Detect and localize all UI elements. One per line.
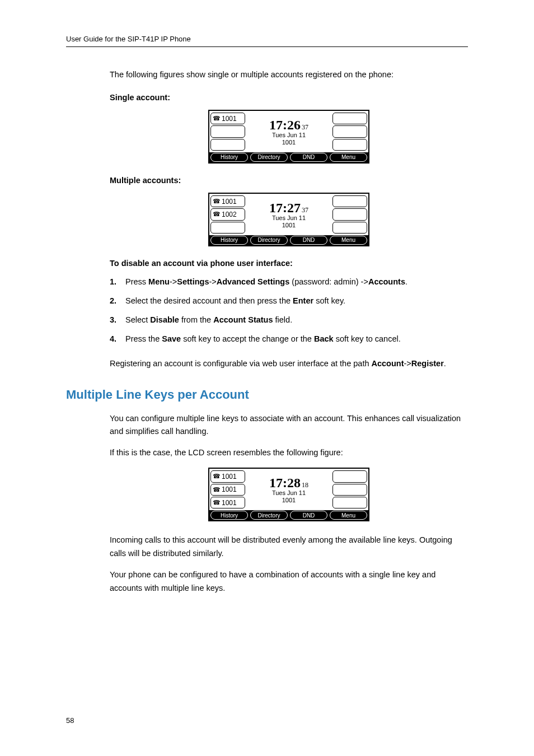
register-note: Registering an account is configurable v…: [110, 357, 468, 371]
lcd-seconds: 37: [302, 206, 308, 214]
softkey-directory: Directory: [250, 511, 288, 520]
phone-icon: ☎: [213, 198, 221, 205]
line-key-6: [332, 139, 367, 151]
line-key-1: ☎1001: [210, 113, 245, 124]
step-4: Press the Save soft key to accept the ch…: [110, 333, 468, 346]
mlk-para-2: If this is the case, the LCD screen rese…: [110, 446, 468, 460]
lcd-time: 17:28: [269, 475, 301, 491]
softkey-menu: Menu: [330, 236, 367, 245]
line-key-4: [332, 195, 367, 207]
phone-icon: ☎: [213, 473, 221, 480]
line-key-2: ☎1002: [210, 208, 245, 220]
disable-heading: To disable an account via phone user int…: [110, 259, 468, 268]
section-heading: Multiple Line Keys per Account: [66, 388, 468, 402]
lcd-date: Tues Jun 11: [272, 489, 306, 496]
line-key-label: 1002: [222, 211, 237, 218]
mlk-para-3: Incoming calls to this account will be d…: [110, 534, 468, 561]
line-key-3: ☎1001: [210, 497, 245, 508]
line-key-label: 1001: [222, 486, 237, 493]
line-key-6: [332, 222, 367, 234]
line-key-4: [332, 113, 367, 124]
line-key-label: 1001: [222, 499, 237, 507]
single-account-label: Single account:: [110, 93, 468, 102]
line-key-3: [210, 222, 245, 234]
page-number: 58: [66, 716, 74, 725]
softkey-directory: Directory: [250, 236, 288, 245]
multiple-accounts-label: Multiple accounts:: [110, 176, 468, 185]
softkey-dnd: DND: [290, 511, 327, 520]
lcd-single-account: ☎1001 17:2637 Tues Jun 11 1001: [110, 110, 468, 164]
softkey-dnd: DND: [290, 236, 327, 245]
lcd-seconds: 18: [302, 481, 308, 489]
phone-icon: ☎: [213, 115, 221, 122]
softkey-dnd: DND: [290, 153, 327, 162]
page-header: User Guide for the SIP-T41P IP Phone: [66, 35, 468, 47]
step-1: Press Menu->Settings->Advanced Settings …: [110, 276, 468, 289]
line-key-label: 1001: [222, 198, 237, 206]
line-key-5: [332, 484, 367, 496]
intro-text: The following figures show single or mul…: [110, 68, 468, 82]
steps-list: Press Menu->Settings->Advanced Settings …: [110, 276, 468, 346]
softkey-history: History: [210, 153, 248, 162]
line-key-1: ☎1001: [210, 470, 245, 482]
softkey-menu: Menu: [330, 511, 367, 520]
lcd-multiple-line-keys: ☎1001 ☎1001 ☎1001 17:2818 Tues Jun 11 10…: [110, 468, 468, 521]
mlk-para-4: Your phone can be configured to have a c…: [110, 568, 468, 595]
lcd-extension: 1001: [282, 222, 296, 228]
softkey-menu: Menu: [330, 153, 367, 162]
line-key-5: [332, 125, 367, 137]
lcd-time: 17:26: [269, 118, 301, 133]
line-key-1: ☎1001: [210, 195, 245, 207]
line-key-2: ☎1001: [210, 484, 245, 496]
softkey-directory: Directory: [250, 153, 288, 162]
line-key-5: [332, 208, 367, 220]
line-key-6: [332, 497, 367, 508]
softkey-history: History: [210, 236, 248, 245]
lcd-date: Tues Jun 11: [272, 132, 306, 138]
softkey-history: History: [210, 511, 248, 520]
phone-icon: ☎: [213, 486, 221, 493]
step-3: Select Disable from the Account Status f…: [110, 314, 468, 327]
lcd-seconds: 37: [302, 123, 308, 132]
step-2: Select the desired account and then pres…: [110, 295, 468, 308]
lcd-extension: 1001: [282, 139, 296, 146]
lcd-date: Tues Jun 11: [272, 214, 306, 221]
lcd-extension: 1001: [282, 497, 296, 503]
line-key-3: [210, 139, 245, 151]
lcd-time: 17:27: [269, 200, 301, 216]
line-key-label: 1001: [222, 115, 237, 123]
line-key-2: [210, 125, 245, 137]
line-key-4: [332, 470, 367, 482]
phone-icon: ☎: [213, 211, 221, 218]
lcd-multiple-accounts: ☎1001 ☎1002 17:2737 Tues Jun 11 1001: [110, 193, 468, 246]
line-key-label: 1001: [222, 473, 237, 480]
mlk-para-1: You can configure multiple line keys to …: [110, 412, 468, 439]
phone-icon: ☎: [213, 499, 221, 506]
